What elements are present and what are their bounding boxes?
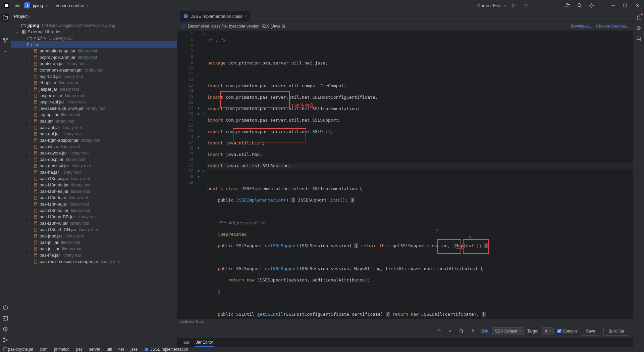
breadcrumb-icon[interactable] xyxy=(3,347,8,352)
tree-jar-item[interactable]: ›pas.jarlibrary root xyxy=(11,118,177,124)
database-tool-icon[interactable] xyxy=(635,35,643,43)
code-content[interactable]: /*...*/ package com.primeton.pas.server.… xyxy=(206,31,633,318)
search-tool-icon[interactable] xyxy=(458,327,466,335)
svg-rect-67 xyxy=(34,132,37,136)
app-icon[interactable] xyxy=(3,1,11,9)
more-icon[interactable] xyxy=(534,1,542,9)
tree-jar-item[interactable]: ›pas-coyote.jarlibrary root xyxy=(11,150,177,156)
project-tool-icon[interactable] xyxy=(1,13,9,21)
save-button[interactable]: Save xyxy=(581,327,600,336)
choose-sources-link[interactable]: Choose Sources... xyxy=(596,24,629,29)
svg-point-31 xyxy=(5,330,5,331)
tree-jar-item[interactable]: ›jsp-api.jarlibrary root xyxy=(11,112,177,118)
tree-jar-item[interactable]: ›pas-i18n-cs.jarlibrary root xyxy=(11,175,177,182)
run-icon[interactable] xyxy=(510,1,518,9)
svg-rect-57 xyxy=(34,100,37,104)
tree-jar-item[interactable]: ›pas-gmssl4t.jarlibrary root xyxy=(11,163,177,169)
tree-jar-item[interactable]: ›pas-i18n-de.jarlibrary root xyxy=(11,182,177,188)
services-icon[interactable] xyxy=(1,304,9,312)
tree-jar-item[interactable]: ›pas-api.jarlibrary root xyxy=(11,131,177,137)
tree-jar-item[interactable]: ›bcprov-jdk18on.jarlibrary root xyxy=(11,54,177,60)
close-tab-icon[interactable]: × xyxy=(245,14,247,18)
tree-jar-item[interactable]: ›pas-i18n-ja.jarlibrary root xyxy=(11,201,177,207)
tree-lib-folder[interactable]: ⌄ lib xyxy=(11,41,177,48)
jar-editor-tab[interactable]: Jar Editor xyxy=(195,339,214,347)
tree-jar-item[interactable]: ›pas-i18n-pt-BR.jarlibrary root xyxy=(11,214,177,220)
svg-rect-63 xyxy=(34,120,37,123)
svg-rect-85 xyxy=(34,190,37,193)
tree-project-root[interactable]: › jiping C:\Users\wangji01052\IdeaProjec… xyxy=(11,22,177,29)
svg-rect-107 xyxy=(34,260,37,263)
tree-jar-item[interactable]: ›pas-i18n-zh-CN.jarlibrary root xyxy=(11,226,177,233)
svg-rect-38 xyxy=(22,30,23,34)
wand-icon[interactable]: ✎ xyxy=(469,327,477,335)
sdk-select[interactable]: SDK Default▾ xyxy=(492,327,524,335)
tree-jar-item[interactable]: ›annotations-api.jarlibrary root xyxy=(11,48,177,54)
tab-label: JSSEImplementation.class xyxy=(191,14,243,19)
tree-jar-item[interactable]: ›javassist-3.29.2-GA.jarlibrary root xyxy=(11,105,177,112)
target-select[interactable]: 8▾ xyxy=(542,327,554,335)
svg-rect-95 xyxy=(34,222,37,225)
project-tree[interactable]: › jiping C:\Users\wangji01052\IdeaProjec… xyxy=(11,21,177,347)
tree-jar-item[interactable]: ›pas-jdbc.jarlibrary root xyxy=(11,233,177,239)
tree-jar-item[interactable]: ›pas-bgm-adaptor.jarlibrary root xyxy=(11,137,177,143)
close-icon[interactable] xyxy=(633,1,641,9)
maximize-icon[interactable] xyxy=(621,1,629,9)
build-jar-button[interactable]: Build Jar xyxy=(603,327,629,336)
version-control-dropdown[interactable]: Version control xyxy=(55,3,84,8)
tree-jar-item[interactable]: ›pas-l7e.jarlibrary root xyxy=(11,252,177,258)
check-icon[interactable]: ✓ xyxy=(446,327,454,335)
terminal-icon[interactable] xyxy=(1,314,9,322)
svg-rect-39 xyxy=(23,30,24,34)
tree-jar-item[interactable]: ›jasper-el.jarlibrary root xyxy=(11,92,177,99)
minimize-icon[interactable] xyxy=(609,1,617,9)
svg-rect-41 xyxy=(34,49,37,53)
search-icon[interactable] xyxy=(576,1,584,9)
debug-icon[interactable] xyxy=(522,1,530,9)
tree-jar-item[interactable]: ›bootstrap.jarlibrary root xyxy=(11,60,177,67)
settings-icon[interactable] xyxy=(588,1,596,9)
code-with-me-icon[interactable] xyxy=(564,1,572,9)
undo-icon[interactable]: ↶ xyxy=(435,327,443,335)
tree-jar-item[interactable]: ›jaspic-api.jarlibrary root xyxy=(11,99,177,105)
project-name[interactable]: jiping xyxy=(33,3,43,8)
svg-rect-87 xyxy=(34,196,37,200)
tree-jar-item[interactable]: ›pas-i18n-fr.jarlibrary root xyxy=(11,194,177,201)
current-file-dropdown[interactable]: Current File xyxy=(477,3,500,8)
project-panel-header[interactable]: Project ▾ xyxy=(11,11,177,21)
tree-jar-item[interactable]: ›pas-redis-session-manager.jarlibrary ro… xyxy=(11,258,177,265)
compile-checkbox[interactable]: Compile xyxy=(557,329,578,334)
tree-jar-item[interactable]: ›pas-juli.jarlibrary root xyxy=(11,246,177,252)
tree-jar-item[interactable]: ›jasper.jarlibrary root xyxy=(11,86,177,92)
git-icon[interactable] xyxy=(1,336,9,344)
tree-jar-item[interactable]: ›pas-i18n-ru.jarlibrary root xyxy=(11,220,177,226)
tree-jar-item[interactable]: ›el-api.jarlibrary root xyxy=(11,80,177,86)
notifications-icon[interactable] xyxy=(635,13,643,21)
svg-point-5 xyxy=(525,4,527,7)
tree-jar-item[interactable]: ›ecj-4.20.jarlibrary root xyxy=(11,73,177,80)
tree-jdk[interactable]: › < 17 > C:\Java\jdk17 xyxy=(11,35,177,41)
tree-jar-item[interactable]: ›pas-cli.jarlibrary root xyxy=(11,143,177,150)
tree-jar-item[interactable]: ›pas-ha.jarlibrary root xyxy=(11,169,177,175)
problems-icon[interactable] xyxy=(1,325,9,333)
svg-rect-1 xyxy=(5,4,8,7)
tree-jar-item[interactable]: ›commons-daemon.jarlibrary root xyxy=(11,67,177,73)
tree-jar-item[interactable]: ›pas-dbcp.jarlibrary root xyxy=(11,156,177,163)
tree-jar-item[interactable]: ›pas-i18n-es.jarlibrary root xyxy=(11,188,177,194)
text-tab[interactable]: Text xyxy=(181,339,190,346)
tree-jar-item[interactable]: ›pas-jni.jarlibrary root xyxy=(11,239,177,246)
ai-tool-icon[interactable] xyxy=(635,24,643,32)
target-label: Target xyxy=(527,329,538,334)
code-editor[interactable]: 1567891011121314151617182122232427282930… xyxy=(177,31,633,318)
download-link[interactable]: Download... xyxy=(571,24,592,29)
fold-column: › ›› ›› xyxy=(201,31,206,318)
breadcrumbs[interactable]: pas-coyote.jar›com›primeton›pas›server›u… xyxy=(8,347,188,352)
editor-tab[interactable]: C JSSEImplementation.class × xyxy=(180,11,250,21)
svg-point-36 xyxy=(638,28,639,29)
more-tool-icon[interactable]: ⋯ xyxy=(1,47,9,55)
hamburger-icon[interactable] xyxy=(13,1,21,9)
structure-tool-icon[interactable] xyxy=(1,36,9,44)
tree-jar-item[interactable]: ›pas-ant.jarlibrary root xyxy=(11,124,177,131)
tree-jar-item[interactable]: ›pas-i18n-ko.jarlibrary root xyxy=(11,207,177,214)
tree-external-libraries[interactable]: ⌄ External Libraries xyxy=(11,29,177,35)
